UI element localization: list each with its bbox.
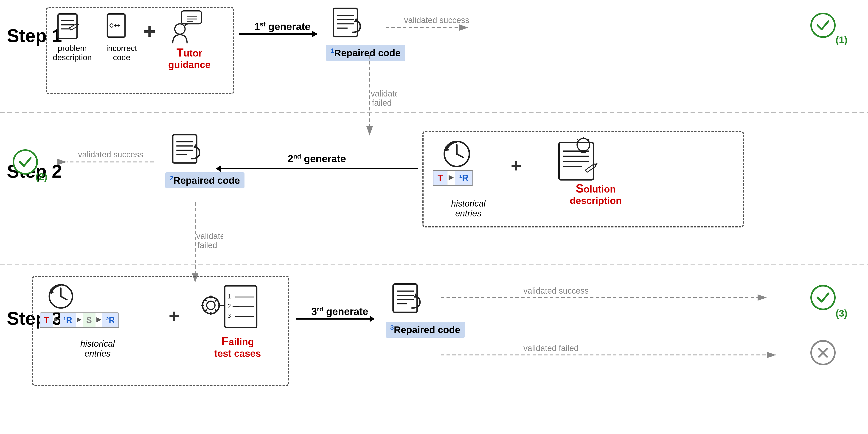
validated-success-3-arrow: validated success [436,283,794,313]
x-circle-3 [810,340,836,365]
svg-line-38 [588,139,589,141]
repaired-code-1-icon [331,7,367,45]
plus-icon-2: + [511,155,522,176]
svg-point-59 [207,301,215,310]
step1-input-box: problemdescription C++ incorrectcode + [46,7,234,94]
validated-failed-2-arrow: validated failed [177,200,223,287]
repaired-code-2-icon [170,133,207,171]
check-circle-2 [12,149,38,175]
plus-icon-1: + [144,20,156,43]
svg-text:validated: validated [371,89,397,98]
num-label-1: (1) [836,34,847,46]
validated-failed-1-arrow: validated failed [351,53,397,140]
hist-t-3: T [40,313,53,327]
svg-text:validated success: validated success [404,16,469,25]
historical-entries-2-label: historicalentries [437,199,499,219]
svg-rect-0 [58,14,77,38]
solution-description-label: Solutiondescription [561,181,630,206]
svg-line-27 [457,154,464,157]
problem-description-icon [54,12,84,44]
check-circle-3 [810,285,836,310]
validated-success-2-arrow: validated success [39,147,163,177]
check-circle-1 [810,12,836,38]
repaired-code-2-badge: 2Repaired code [165,172,245,189]
svg-line-56 [61,296,67,299]
step2-input-box: T ▶ ¹R historicalentries + [423,131,744,227]
divider-2 [0,262,868,269]
hist-t-2: T [433,171,447,185]
svg-text:C++: C++ [109,22,121,29]
svg-text:2 —: 2 — [227,302,239,310]
svg-text:failed: failed [372,98,392,108]
step3-input-box: T ▶ ¹R ▶ S ▶ ²R historicalentries + [32,276,289,386]
svg-rect-40 [585,164,596,172]
svg-text:3 —: 3 — [227,312,239,319]
plus-icon-3: + [169,306,180,327]
validated-success-1-arrow: validated success [381,9,496,46]
hist-2r-3: ²R [102,313,119,327]
svg-line-67 [215,299,217,301]
num-label-3: (3) [836,308,847,319]
repaired-code-3-icon [390,283,427,320]
third-generate-arrow: 3rd generate [296,318,383,320]
repaired-code-3-badge: 3Repaired code [386,322,465,338]
svg-text:validated: validated [196,231,223,241]
problem-description-label: problemdescription [52,44,93,62]
solution-description-icon [538,137,602,183]
hist-s-3: S [83,313,95,327]
failing-test-cases-icon: 1 — 2 — 3 — [189,280,263,334]
failing-test-cases-label: Failingtest cases [198,334,277,359]
validated-failed-3-arrow: validated failed [436,340,804,370]
incorrect-code-label: incorrectcode [104,44,139,62]
incorrect-code-icon: C++ [104,12,132,44]
svg-point-13 [175,24,185,34]
divider-1 [0,110,868,117]
tutor-guidance-icon [169,10,206,46]
historical-entries-3-label: historicalentries [52,339,144,359]
hist-1r-2: ¹R [455,171,472,185]
hist-1r-3: ¹R [60,313,76,327]
history-icon-3 [47,283,74,311]
history-icon-2 [442,139,472,170]
svg-line-66 [205,310,207,311]
svg-line-39 [577,139,579,141]
second-generate-arrow: 2nd generate [216,166,418,172]
gen1-label: 1st generate [254,21,310,32]
svg-text:validated success: validated success [78,150,143,159]
svg-line-65 [215,310,217,311]
svg-text:validated failed: validated failed [523,344,579,353]
svg-text:validated success: validated success [523,286,589,295]
svg-line-64 [205,299,207,301]
svg-text:1 —: 1 — [227,293,239,300]
tutor-guidance-label: Tutorguidance [166,46,212,70]
svg-text:failed: failed [197,240,217,250]
num-label-2: (2) [36,171,47,182]
svg-marker-41 [594,162,598,166]
first-generate-arrow: 1st generate [239,33,326,35]
